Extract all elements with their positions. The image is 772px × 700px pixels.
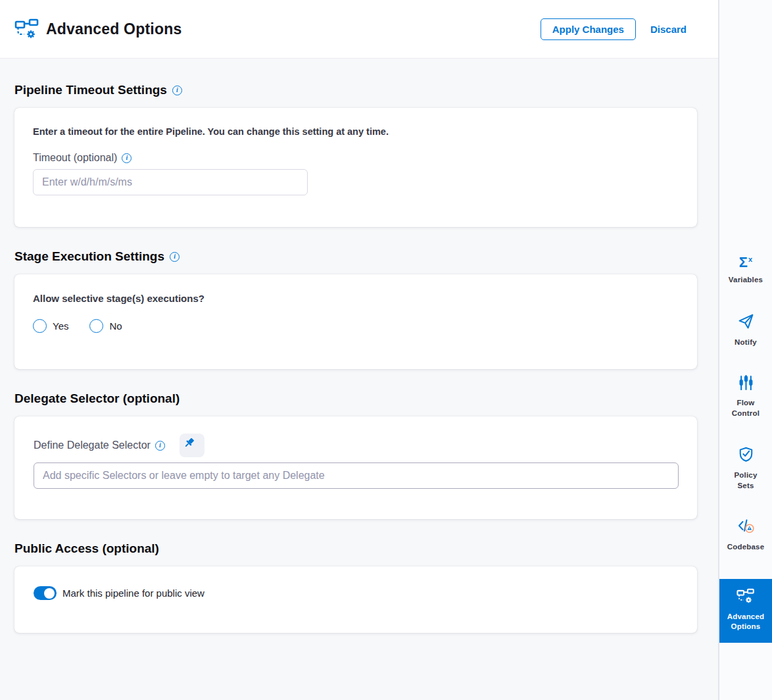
delegate-field-label-text: Define Delegate Selector — [34, 439, 165, 451]
delegate-label: Define Delegate Selector — [34, 439, 151, 451]
delegate-section-title: Delegate Selector (optional) — [14, 391, 697, 407]
timeout-section-title-text: Pipeline Timeout Settings — [14, 82, 167, 98]
public-access-title-text: Public Access (optional) — [14, 541, 159, 557]
info-icon[interactable] — [172, 86, 182, 95]
radio-circle-icon[interactable] — [89, 319, 103, 333]
info-icon[interactable] — [122, 153, 132, 163]
pushpin-icon — [185, 438, 199, 453]
page-title: Advanced Options — [46, 20, 181, 38]
pipeline-gear-icon — [14, 18, 39, 39]
stage-execution-section-title: Stage Execution Settings — [14, 249, 697, 264]
radio-option-no[interactable]: No — [89, 319, 122, 333]
selective-stages-radio-group: Yes No — [33, 319, 679, 333]
sidebar-item-codebase[interactable]: Codebase — [719, 517, 772, 554]
public-view-toggle[interactable] — [34, 586, 57, 600]
timeout-description: Enter a timeout for the entire Pipeline.… — [33, 126, 679, 137]
delegate-title-text: Delegate Selector (optional) — [14, 391, 180, 407]
sidebar-item-label: Advanced Options — [725, 612, 766, 632]
right-rail-items: Σx Variables Notify — [719, 254, 772, 643]
public-view-toggle-row: Mark this pipeline for public view — [34, 586, 679, 600]
panel-header: Advanced Options Apply Changes Discard — [0, 0, 718, 59]
sidebar-item-label: Flow Control — [725, 398, 766, 418]
public-access-card: Mark this pipeline for public view — [14, 566, 697, 633]
radio-label-no: No — [109, 320, 122, 332]
sidebar-item-label: Notify — [735, 338, 757, 348]
delegate-card: Define Delegate Selector — [14, 416, 697, 519]
sidebar-item-notify[interactable]: Notify — [719, 312, 772, 349]
radio-label-yes: Yes — [53, 320, 68, 332]
timeout-field-label: Timeout (optional) — [33, 152, 679, 164]
timeout-field-label-text: Timeout (optional) — [33, 152, 117, 164]
radio-option-yes[interactable]: Yes — [33, 319, 68, 333]
radio-circle-icon[interactable] — [33, 319, 47, 333]
pipeline-gear-icon — [736, 588, 755, 607]
sidebar-item-variables[interactable]: Σx Variables — [719, 254, 772, 287]
pin-button[interactable] — [180, 434, 205, 457]
sliders-icon — [738, 375, 754, 393]
stage-execution-title-text: Stage Execution Settings — [14, 249, 164, 264]
sidebar-item-policy-sets[interactable]: Policy Sets — [719, 445, 772, 492]
code-warning-icon — [737, 518, 755, 537]
public-view-toggle-label: Mark this pipeline for public view — [62, 588, 205, 599]
sidebar-item-label: Policy Sets — [725, 470, 766, 491]
sidebar-item-advanced-options[interactable]: Advanced Options — [719, 579, 772, 643]
info-icon[interactable] — [155, 441, 165, 451]
discard-button[interactable]: Discard — [650, 24, 687, 35]
selective-stages-question: Allow selective stage(s) executions? — [33, 293, 679, 304]
timeout-input[interactable] — [33, 169, 308, 195]
advanced-options-panel: Advanced Options Apply Changes Discard P… — [0, 0, 718, 700]
stage-execution-card: Allow selective stage(s) executions? Yes… — [14, 274, 697, 369]
sidebar-item-flow-control[interactable]: Flow Control — [719, 374, 772, 420]
sidebar-item-label: Codebase — [727, 542, 765, 553]
paper-plane-icon — [738, 313, 754, 332]
delegate-field-label: Define Delegate Selector — [34, 434, 679, 457]
apply-changes-button[interactable]: Apply Changes — [541, 18, 636, 40]
settings-content: Pipeline Timeout Settings Enter a timeou… — [0, 59, 718, 700]
header-actions: Apply Changes Discard — [541, 18, 687, 40]
public-access-section-title: Public Access (optional) — [14, 541, 697, 557]
timeout-section-title: Pipeline Timeout Settings — [14, 82, 697, 98]
shield-check-icon — [738, 446, 754, 465]
sigma-x-icon: Σx — [739, 255, 752, 270]
timeout-card: Enter a timeout for the entire Pipeline.… — [14, 108, 697, 227]
toggle-knob — [44, 588, 55, 599]
info-icon[interactable] — [170, 252, 180, 262]
sidebar-item-label: Variables — [729, 275, 763, 286]
delegate-selector-input[interactable] — [34, 463, 679, 489]
right-rail: Σx Variables Notify — [718, 0, 772, 700]
